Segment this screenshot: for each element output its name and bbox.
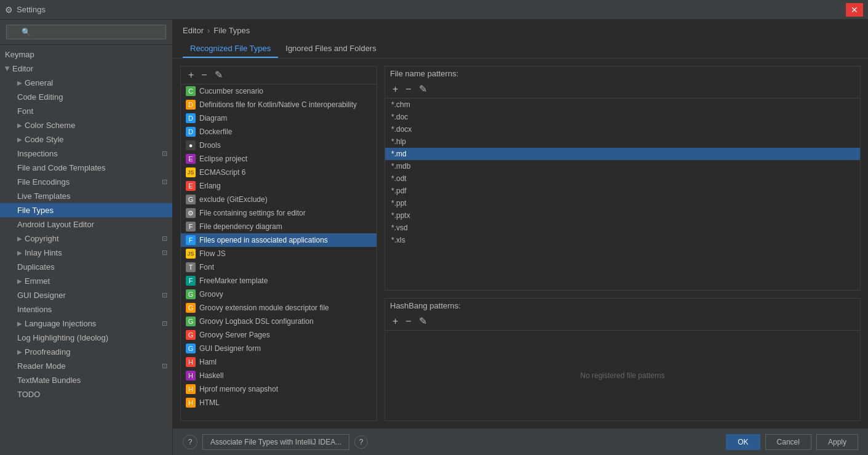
- list-item[interactable]: G Groovy Server Pages: [181, 328, 376, 342]
- sidebar-item-language-injections[interactable]: ▶ Language Injections ⊡: [0, 316, 172, 331]
- list-item[interactable]: G Groovy Logback DSL configuration: [181, 315, 376, 328]
- search-input[interactable]: [6, 25, 166, 39]
- file-types-toolbar: + − ✎: [181, 66, 376, 84]
- sidebar-item-color-scheme[interactable]: ▶ Color Scheme: [0, 118, 172, 132]
- hashbang-toolbar: + − ✎: [385, 313, 860, 331]
- list-item[interactable]: F File dependency diagram: [181, 220, 376, 233]
- list-item[interactable]: *.doc: [385, 111, 860, 123]
- sidebar-item-keymap[interactable]: Keymap: [0, 47, 172, 62]
- list-item[interactable]: D Dockerfile: [181, 125, 376, 139]
- remove-hashbang-button[interactable]: −: [403, 315, 413, 328]
- list-item[interactable]: G Groovy extension module descriptor fil…: [181, 301, 376, 315]
- ok-button[interactable]: OK: [726, 434, 760, 450]
- remove-file-type-button[interactable]: −: [199, 69, 209, 81]
- file-type-icon: JS: [186, 167, 196, 177]
- file-name-patterns-section: File name patterns: + − ✎ *.chm *.doc *.…: [384, 66, 861, 291]
- list-item[interactable]: H Haskell: [181, 369, 376, 382]
- sidebar-item-font[interactable]: Font: [0, 104, 172, 118]
- list-item[interactable]: D Definitions file for Kotlin/Native C i…: [181, 98, 376, 111]
- list-item[interactable]: *.ppt: [385, 197, 860, 209]
- list-item[interactable]: F FreeMarker template: [181, 274, 376, 288]
- hashbang-patterns-header: HashBang patterns:: [385, 299, 860, 313]
- list-item[interactable]: ⚙ File containing settings for editor: [181, 206, 376, 220]
- sidebar-item-label: Copyright: [25, 234, 59, 243]
- close-button[interactable]: ✕: [846, 3, 863, 17]
- sidebar-item-android-layout-editor[interactable]: Android Layout Editor: [0, 217, 172, 232]
- sidebar-item-duplicates[interactable]: Duplicates: [0, 260, 172, 274]
- apply-button[interactable]: Apply: [816, 434, 858, 450]
- sidebar-item-label: TODO: [17, 390, 40, 399]
- sidebar-item-label: Android Layout Editor: [17, 220, 94, 229]
- file-type-label: File dependency diagram: [199, 222, 282, 231]
- sidebar-item-live-templates[interactable]: Live Templates: [0, 189, 172, 203]
- list-item[interactable]: *.chm: [385, 99, 860, 111]
- sidebar-item-editor[interactable]: ▶ Editor: [0, 62, 172, 76]
- list-item[interactable]: H HTML: [181, 396, 376, 409]
- edit-file-type-button[interactable]: ✎: [212, 69, 225, 81]
- sidebar-item-label: Log Highlighting (Ideolog): [17, 333, 108, 342]
- associate-file-types-button[interactable]: Associate File Types with IntelliJ IDEA.…: [202, 434, 349, 450]
- list-item[interactable]: *.xls: [385, 234, 860, 246]
- list-item[interactable]: G exclude (GitExclude): [181, 193, 376, 206]
- sidebar-item-copyright[interactable]: ▶ Copyright ⊡: [0, 232, 172, 246]
- add-hashbang-button[interactable]: +: [390, 315, 400, 328]
- edit-pattern-button[interactable]: ✎: [416, 83, 429, 95]
- list-item[interactable]: G Groovy: [181, 288, 376, 301]
- sidebar-item-code-editing[interactable]: Code Editing: [0, 90, 172, 104]
- file-type-icon: ⚙: [186, 208, 196, 218]
- add-file-type-button[interactable]: +: [186, 69, 196, 81]
- help-button[interactable]: ?: [183, 435, 197, 449]
- list-item[interactable]: G GUI Designer form: [181, 342, 376, 355]
- sidebar-item-inspections[interactable]: Inspections ⊡: [0, 147, 172, 161]
- sidebar-item-code-style[interactable]: ▶ Code Style: [0, 132, 172, 147]
- file-type-icon: G: [186, 195, 196, 204]
- sidebar-item-file-types[interactable]: File Types: [0, 203, 172, 217]
- sidebar-item-reader-mode[interactable]: Reader Mode ⊡: [0, 359, 172, 373]
- list-item[interactable]: D Diagram: [181, 111, 376, 125]
- sidebar-item-label: File Types: [17, 206, 54, 215]
- edit-hashbang-button[interactable]: ✎: [416, 315, 429, 328]
- sidebar-item-intentions[interactable]: Intentions: [0, 302, 172, 316]
- list-item[interactable]: E Erlang: [181, 179, 376, 193]
- file-type-icon: G: [186, 289, 196, 299]
- list-item[interactable]: *.vsd: [385, 222, 860, 234]
- list-item[interactable]: *.mdb: [385, 160, 860, 172]
- tab-ignored[interactable]: Ignored Files and Folders: [278, 40, 383, 58]
- sidebar-item-todo[interactable]: TODO: [0, 387, 172, 401]
- associate-help-button[interactable]: ?: [354, 435, 368, 449]
- add-pattern-button[interactable]: +: [390, 83, 400, 95]
- list-item[interactable]: JS Flow JS: [181, 247, 376, 260]
- sidebar-item-label: Color Scheme: [25, 121, 75, 130]
- tab-recognized[interactable]: Recognized File Types: [183, 40, 278, 58]
- list-item[interactable]: E Eclipse project: [181, 152, 376, 166]
- sidebar-item-label: Editor: [12, 64, 33, 73]
- sidebar-item-file-encodings[interactable]: File Encodings ⊡: [0, 175, 172, 189]
- remove-pattern-button[interactable]: −: [403, 83, 413, 95]
- list-item[interactable]: *.pdf: [385, 185, 860, 197]
- list-item[interactable]: F Files opened in associated application…: [181, 233, 376, 247]
- indicator-icon: ⊡: [162, 249, 167, 257]
- list-item[interactable]: *.docx: [385, 123, 860, 135]
- bottom-right: OK Cancel Apply: [726, 434, 858, 450]
- list-item[interactable]: H Hprof memory snapshot: [181, 382, 376, 396]
- cancel-button[interactable]: Cancel: [765, 434, 811, 450]
- list-item[interactable]: H Haml: [181, 355, 376, 369]
- sidebar-item-label: Font: [17, 107, 33, 116]
- sidebar-item-file-code-templates[interactable]: File and Code Templates: [0, 161, 172, 175]
- list-item[interactable]: C Cucumber scenario: [181, 84, 376, 98]
- sidebar-item-proofreading[interactable]: ▶ Proofreading: [0, 345, 172, 359]
- list-item[interactable]: *.hlp: [385, 135, 860, 148]
- window-title: Settings: [17, 5, 846, 14]
- list-item[interactable]: ● Drools: [181, 139, 376, 152]
- list-item[interactable]: *.odt: [385, 172, 860, 185]
- sidebar-item-inlay-hints[interactable]: ▶ Inlay Hints ⊡: [0, 246, 172, 260]
- sidebar-item-textmate-bundles[interactable]: TextMate Bundles: [0, 373, 172, 387]
- list-item[interactable]: JS ECMAScript 6: [181, 166, 376, 179]
- list-item[interactable]: *.pptx: [385, 209, 860, 222]
- sidebar-item-gui-designer[interactable]: GUI Designer ⊡: [0, 288, 172, 302]
- list-item[interactable]: T Font: [181, 260, 376, 274]
- list-item[interactable]: *.md: [385, 148, 860, 160]
- sidebar-item-log-highlighting[interactable]: Log Highlighting (Ideolog): [0, 331, 172, 345]
- sidebar-item-emmet[interactable]: ▶ Emmet: [0, 274, 172, 288]
- sidebar-item-general[interactable]: ▶ General: [0, 76, 172, 90]
